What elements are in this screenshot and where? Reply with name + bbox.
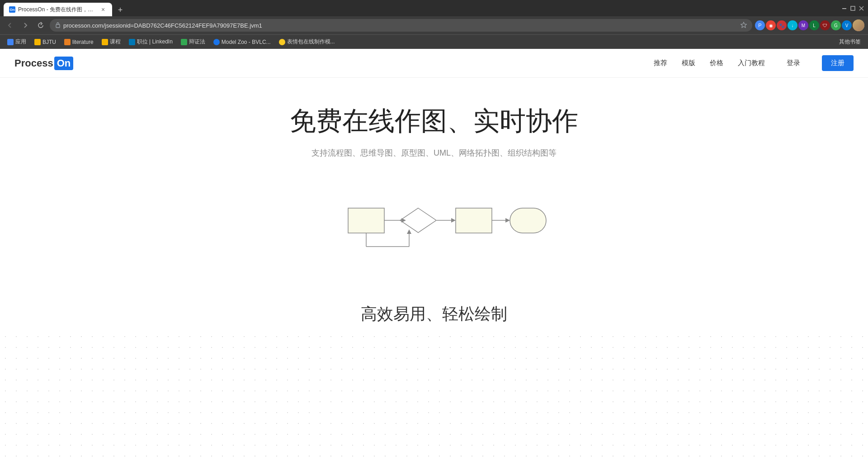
literature-icon — [64, 39, 71, 45]
forward-button[interactable] — [19, 19, 32, 32]
extension-icon-7[interactable]: 🛡 — [820, 20, 830, 30]
browser-chrome: On ProcessOn - 免费在线作图，思… × + — [0, 0, 868, 49]
active-tab[interactable]: On ProcessOn - 免费在线作图，思… × — [4, 3, 112, 16]
apps-icon — [7, 39, 14, 45]
browser-titlebar: On ProcessOn - 免费在线作图，思… × + — [0, 0, 868, 16]
bookmark-linkedin[interactable]: 职位 | LinkedIn — [125, 36, 176, 48]
course-icon — [102, 39, 108, 45]
extension-icon-1[interactable]: P — [755, 20, 765, 30]
extension-icon-2[interactable]: ◉ — [766, 20, 776, 30]
hero-subtitle: 支持流程图、思维导图、原型图、UML、网络拓扑图、组织结构图等 — [311, 147, 557, 158]
new-tab-button[interactable]: + — [114, 4, 127, 16]
extension-icon-9[interactable]: V — [842, 20, 852, 30]
extension-icon-3[interactable]: 🐾 — [777, 20, 787, 30]
emoji-icon — [279, 39, 285, 45]
tab-close-button[interactable]: × — [99, 6, 107, 13]
refresh-button[interactable] — [34, 19, 47, 32]
arrowhead-2 — [451, 218, 456, 223]
login-button[interactable]: 登录 — [779, 55, 807, 71]
extension-icon-6[interactable]: L — [809, 20, 819, 30]
bookmark-modelzoo[interactable]: Model Zoo - BVLC... — [210, 37, 274, 47]
bookmark-emoji[interactable]: 表情包在线制作模... — [275, 36, 339, 48]
maximize-button[interactable] — [850, 5, 856, 11]
svg-rect-1 — [851, 6, 855, 10]
other-bookmarks[interactable]: 其他书签 — [835, 36, 864, 48]
bottom-title: 高效易用、轻松绘制 — [14, 303, 854, 325]
back-button[interactable] — [4, 19, 16, 32]
register-button[interactable]: 注册 — [822, 55, 854, 71]
flowchart-diagram — [321, 185, 547, 267]
address-bar[interactable]: processon.com/jsessionid=DABD762C46FC562… — [50, 19, 752, 32]
extension-icon-8[interactable]: G — [831, 20, 841, 30]
nav-tutorial[interactable]: 入门教程 — [738, 59, 765, 67]
nav-recommend[interactable]: 推荐 — [654, 59, 667, 67]
flowchart-rounded-rect — [510, 208, 546, 233]
browser-toolbar: processon.com/jsessionid=DABD762C46FC562… — [0, 16, 868, 34]
logo-on-text: On — [54, 57, 74, 70]
page-content: Process On 推荐 模版 价格 入门教程 登录 注册 免费在线作图、实时… — [0, 49, 868, 466]
extension-icon-4[interactable]: ↓ — [788, 20, 797, 30]
site-navigation: Process On 推荐 模版 价格 入门教程 登录 注册 — [0, 49, 868, 78]
tab-favicon: On — [9, 6, 15, 13]
site-logo[interactable]: Process On — [14, 57, 73, 70]
bookmark-literature[interactable]: literature — [61, 37, 97, 47]
user-avatar[interactable] — [853, 19, 864, 31]
hero-section: 免费在线作图、实时协作 支持流程图、思维导图、原型图、UML、网络拓扑图、组织结… — [0, 78, 868, 285]
browser-tabs: On ProcessOn - 免费在线作图，思… × + — [4, 0, 127, 16]
bookmark-bjtu[interactable]: BJTU — [31, 37, 60, 47]
nav-links: 推荐 模版 价格 入门教程 登录 注册 — [654, 55, 854, 71]
minimize-button[interactable] — [841, 5, 847, 11]
bookmark-course[interactable]: 课程 — [98, 36, 124, 48]
hero-title: 免费在线作图、实时协作 — [290, 105, 578, 137]
bottom-section: 高效易用、轻松绘制 — [0, 285, 868, 334]
dialectics-icon — [181, 39, 187, 45]
arrowhead-3 — [505, 218, 510, 223]
url-text: processon.com/jsessionid=DABD762C46FC562… — [63, 22, 738, 29]
bookmarks-bar: 应用 BJTU literature 课程 职位 | LinkedIn 辩证法 … — [0, 34, 868, 49]
flowchart-rect-1 — [348, 208, 384, 233]
flowchart-svg — [321, 195, 547, 258]
svg-rect-4 — [56, 24, 60, 28]
svg-marker-5 — [741, 22, 747, 28]
bookmark-apps[interactable]: 应用 — [4, 36, 30, 48]
linkedin-icon — [129, 39, 135, 45]
close-button[interactable] — [859, 5, 864, 11]
flowchart-rect-2 — [456, 208, 492, 233]
toolbar-extension-icons: P ◉ 🐾 ↓ M L 🛡 G V — [755, 19, 864, 31]
nav-templates[interactable]: 模版 — [682, 59, 695, 67]
extension-icon-5[interactable]: M — [798, 20, 808, 30]
tab-title: ProcessOn - 免费在线作图，思… — [18, 6, 97, 14]
bjtu-icon — [34, 39, 41, 45]
window-controls — [841, 5, 864, 11]
bookmark-dialectics[interactable]: 辩证法 — [177, 36, 209, 48]
lock-icon — [55, 22, 61, 29]
feedback-arrowhead — [407, 229, 411, 234]
logo-process-text: Process — [14, 57, 53, 69]
bookmark-star-icon[interactable] — [741, 22, 747, 29]
nav-pricing[interactable]: 价格 — [710, 59, 723, 67]
modelzoo-icon — [213, 39, 220, 45]
